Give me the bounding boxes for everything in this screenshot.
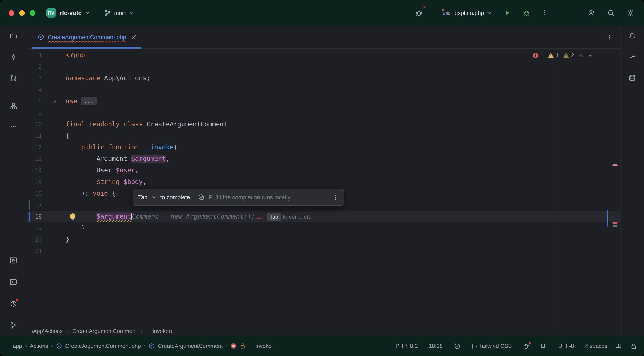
code-with-me-icon[interactable]	[586, 8, 596, 18]
path-item[interactable]: CreateArgumentComment.php	[65, 343, 141, 349]
breadcrumb-item[interactable]: \App\Actions	[32, 328, 63, 334]
git-branch-icon	[104, 10, 111, 16]
code-line[interactable]: 1<?php	[27, 50, 620, 61]
code-text: }	[66, 234, 70, 245]
close-window-button[interactable]	[8, 10, 14, 16]
commit-icon[interactable]	[8, 52, 18, 62]
gutter	[42, 96, 66, 107]
indent-widget[interactable]: 4 spaces	[585, 343, 607, 349]
code-line[interactable]: 11{	[27, 130, 620, 142]
gutter	[42, 234, 66, 245]
error-stripe-mark[interactable]	[612, 225, 618, 227]
gutter	[42, 153, 66, 165]
debugger-muted-icon[interactable]: ✕	[523, 342, 530, 349]
line-number: 16	[27, 188, 42, 199]
project-folder-icon[interactable]	[8, 31, 18, 41]
breadcrumb-item[interactable]: __invoke()	[146, 328, 172, 334]
tab-create-argument-comment[interactable]: c CreateArgumentComment.php	[32, 26, 141, 48]
error-squiggle	[256, 214, 261, 219]
code-line[interactable]: 15 string $body,	[27, 176, 620, 188]
gutter	[42, 130, 66, 142]
run-button[interactable]	[502, 8, 513, 18]
mute-debug-icon[interactable]: ✕	[414, 8, 424, 18]
branch-name: main	[114, 10, 127, 16]
popup-key-label[interactable]: Tab	[138, 194, 148, 200]
notifications-bell-icon[interactable]	[627, 31, 638, 41]
prev-problem-chevron-icon[interactable]	[578, 53, 584, 57]
red-x-badge: ✕	[529, 341, 532, 345]
gutter	[42, 119, 66, 130]
close-icon[interactable]	[131, 35, 136, 40]
settings-gear-icon[interactable]	[625, 8, 636, 18]
code-line[interactable]: 13 Argument $argument,	[27, 153, 620, 165]
code-line[interactable]: 20}	[27, 234, 620, 245]
structure-icon[interactable]	[8, 101, 18, 111]
version-control-icon[interactable]	[8, 320, 18, 330]
caret-position-widget[interactable]: 18:18	[429, 343, 443, 349]
code-line[interactable]: 9	[27, 107, 620, 119]
code-line[interactable]: 3namespace App\Actions;	[27, 73, 620, 84]
completion-popup[interactable]: Tab to complete Full Line completion run…	[133, 189, 344, 206]
lock-icon[interactable]	[630, 342, 637, 349]
zoom-window-button[interactable]	[30, 10, 36, 16]
tab-options-kebab[interactable]	[606, 34, 612, 40]
code-line[interactable]: 2	[27, 61, 620, 73]
highlighting-level-icon[interactable]	[454, 342, 460, 349]
editor[interactable]: 1<?php23namespace App\Actions;45use ...9…	[27, 49, 620, 326]
search-icon[interactable]	[606, 8, 616, 18]
debug-button[interactable]	[521, 8, 532, 18]
code-line[interactable]: 10final readonly class CreateArgumentCom…	[27, 119, 620, 130]
weak-warning-count[interactable]: 2	[563, 52, 574, 59]
terminal-icon[interactable]	[8, 277, 18, 287]
code-text: }	[66, 222, 85, 234]
code-line[interactable]: 14 User $user,	[27, 165, 620, 176]
error-stripe-mark[interactable]	[612, 164, 618, 166]
red-x-badge: ✕	[423, 5, 426, 10]
pull-requests-icon[interactable]	[8, 73, 18, 83]
encoding-widget[interactable]: UTF-8	[558, 343, 574, 349]
error-count[interactable]: 1	[532, 52, 543, 59]
intention-bulb-icon[interactable]	[70, 213, 76, 219]
code-line[interactable]: 18 $argumentComment = new ArgumentCommen…	[27, 211, 620, 222]
ai-assistant-icon[interactable]	[627, 52, 638, 62]
code-line[interactable]: 5use ...	[27, 96, 620, 107]
chevron-down-icon[interactable]	[152, 195, 156, 199]
more-tool-windows-icon[interactable]	[8, 122, 18, 132]
notification-dot	[16, 299, 18, 301]
php-version-widget[interactable]: PHP: 8.2	[396, 343, 418, 349]
reader-mode-icon[interactable]	[615, 342, 622, 349]
fold-chevron-icon[interactable]	[53, 100, 57, 104]
code-line[interactable]: 19 }	[27, 222, 620, 234]
database-icon[interactable]	[627, 73, 638, 83]
line-separator-widget[interactable]: LF	[541, 343, 547, 349]
more-actions-kebab[interactable]	[539, 8, 549, 18]
php-class-icon: c	[149, 343, 155, 349]
code-line[interactable]: 12 public function __invoke(	[27, 142, 620, 153]
run-config-selector[interactable]: php✕ explain.php	[443, 10, 491, 16]
inspections-widget[interactable]: 1 1 2	[532, 52, 593, 59]
breadcrumb-separator	[66, 328, 68, 334]
project-widget[interactable]: RV rfc-vote	[46, 8, 90, 18]
popup-kebab-icon[interactable]	[333, 194, 339, 200]
status-widgets: PHP: 8.2 18:18 { } Tailwind CSS ✕ LF UTF…	[396, 342, 637, 349]
branch-widget[interactable]: main	[104, 10, 134, 16]
path-separator	[144, 343, 146, 349]
services-icon[interactable]	[8, 255, 18, 265]
code-line[interactable]: 21	[27, 245, 620, 257]
path-item[interactable]: CreateArgumentComment	[158, 343, 223, 349]
tailwind-widget[interactable]: { } Tailwind CSS	[472, 343, 512, 349]
path-item[interactable]: app	[13, 343, 22, 349]
problems-icon[interactable]	[8, 298, 18, 309]
path-item[interactable]: Actions	[30, 343, 48, 349]
breadcrumb-item[interactable]: CreateArgumentComment	[72, 328, 137, 334]
scrollbar-thumb[interactable]	[607, 210, 608, 227]
minimize-window-button[interactable]	[19, 10, 25, 16]
error-stripe-mark[interactable]	[612, 222, 618, 224]
phpstorm-window: RV rfc-vote main ✕ php✕ e	[0, 0, 644, 356]
next-problem-chevron-icon[interactable]	[588, 53, 593, 57]
code-line[interactable]: 4	[27, 84, 620, 96]
warning-count[interactable]: 1	[548, 52, 559, 59]
path-item[interactable]: __invoke	[249, 343, 272, 349]
vcs-change-marker	[29, 212, 30, 222]
code-text: {	[66, 130, 70, 142]
